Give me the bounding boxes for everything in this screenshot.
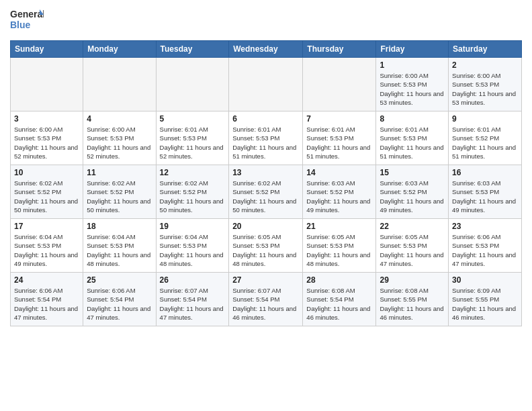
calendar-cell <box>156 58 229 111</box>
weekday-header: Monday <box>83 41 156 58</box>
calendar-cell: 2 Sunrise: 6:00 AMSunset: 5:53 PMDayligh… <box>449 58 522 111</box>
day-info: Sunrise: 6:03 AMSunset: 5:53 PMDaylight:… <box>452 179 518 214</box>
calendar-cell: 26 Sunrise: 6:07 AMSunset: 5:54 PMDaylig… <box>156 273 229 326</box>
day-info: Sunrise: 6:05 AMSunset: 5:53 PMDaylight:… <box>380 232 445 268</box>
calendar-cell: 18 Sunrise: 6:04 AMSunset: 5:53 PMDaylig… <box>83 219 156 273</box>
logo-svg: General Blue <box>10 7 44 35</box>
calendar-cell: 6 Sunrise: 6:01 AMSunset: 5:53 PMDayligh… <box>229 111 303 165</box>
day-number: 10 <box>14 168 79 177</box>
day-number: 19 <box>160 222 226 231</box>
day-number: 8 <box>380 114 445 124</box>
weekday-header: Wednesday <box>229 41 303 58</box>
svg-text:General: General <box>10 9 44 19</box>
day-info: Sunrise: 6:08 AMSunset: 5:54 PMDaylight:… <box>306 286 372 322</box>
calendar-cell <box>303 58 376 111</box>
day-info: Sunrise: 6:07 AMSunset: 5:54 PMDaylight:… <box>160 286 226 322</box>
day-info: Sunrise: 6:00 AMSunset: 5:53 PMDaylight:… <box>452 71 518 107</box>
calendar-cell: 1 Sunrise: 6:00 AMSunset: 5:53 PMDayligh… <box>376 58 449 111</box>
logo: General Blue <box>10 7 44 35</box>
day-number: 14 <box>306 168 372 177</box>
calendar-cell: 22 Sunrise: 6:05 AMSunset: 5:53 PMDaylig… <box>376 219 449 273</box>
day-number: 4 <box>87 114 152 124</box>
calendar-cell: 12 Sunrise: 6:02 AMSunset: 5:52 PMDaylig… <box>156 165 229 219</box>
calendar-cell: 17 Sunrise: 6:04 AMSunset: 5:53 PMDaylig… <box>11 219 83 273</box>
day-number: 5 <box>160 114 226 124</box>
day-number: 9 <box>452 114 518 124</box>
calendar-week-row: 3 Sunrise: 6:00 AMSunset: 5:53 PMDayligh… <box>11 111 522 165</box>
calendar-header-row: SundayMondayTuesdayWednesdayThursdayFrid… <box>11 41 522 58</box>
day-number: 20 <box>232 222 299 231</box>
day-number: 25 <box>87 275 152 285</box>
day-number: 6 <box>232 114 299 124</box>
day-number: 17 <box>14 222 79 231</box>
day-info: Sunrise: 6:09 AMSunset: 5:55 PMDaylight:… <box>452 286 518 322</box>
calendar-cell: 16 Sunrise: 6:03 AMSunset: 5:53 PMDaylig… <box>449 165 522 219</box>
day-number: 13 <box>232 168 299 177</box>
day-info: Sunrise: 6:04 AMSunset: 5:53 PMDaylight:… <box>160 232 226 268</box>
calendar-cell: 4 Sunrise: 6:00 AMSunset: 5:53 PMDayligh… <box>83 111 156 165</box>
day-number: 23 <box>452 222 518 231</box>
calendar-cell: 20 Sunrise: 6:05 AMSunset: 5:53 PMDaylig… <box>229 219 303 273</box>
day-number: 28 <box>306 275 372 285</box>
day-info: Sunrise: 6:02 AMSunset: 5:52 PMDaylight:… <box>160 179 226 214</box>
calendar-cell: 15 Sunrise: 6:03 AMSunset: 5:52 PMDaylig… <box>376 165 449 219</box>
calendar-cell <box>83 58 156 111</box>
day-info: Sunrise: 6:00 AMSunset: 5:53 PMDaylight:… <box>380 71 445 107</box>
calendar-cell: 30 Sunrise: 6:09 AMSunset: 5:55 PMDaylig… <box>449 273 522 326</box>
day-info: Sunrise: 6:01 AMSunset: 5:53 PMDaylight:… <box>380 125 445 161</box>
day-info: Sunrise: 6:08 AMSunset: 5:55 PMDaylight:… <box>380 286 445 322</box>
day-info: Sunrise: 6:00 AMSunset: 5:53 PMDaylight:… <box>14 125 79 161</box>
calendar-cell: 23 Sunrise: 6:06 AMSunset: 5:53 PMDaylig… <box>449 219 522 273</box>
day-number: 1 <box>380 60 445 70</box>
calendar-cell: 8 Sunrise: 6:01 AMSunset: 5:53 PMDayligh… <box>376 111 449 165</box>
day-number: 30 <box>452 275 518 285</box>
day-number: 2 <box>452 60 518 70</box>
day-info: Sunrise: 6:03 AMSunset: 5:52 PMDaylight:… <box>306 179 372 214</box>
calendar-cell: 25 Sunrise: 6:06 AMSunset: 5:54 PMDaylig… <box>83 273 156 326</box>
calendar-cell: 13 Sunrise: 6:02 AMSunset: 5:52 PMDaylig… <box>229 165 303 219</box>
day-number: 21 <box>306 222 372 231</box>
day-number: 12 <box>160 168 226 177</box>
calendar-week-row: 24 Sunrise: 6:06 AMSunset: 5:54 PMDaylig… <box>11 273 522 326</box>
weekday-header: Tuesday <box>156 41 229 58</box>
calendar-table: SundayMondayTuesdayWednesdayThursdayFrid… <box>10 40 522 326</box>
calendar-cell: 10 Sunrise: 6:02 AMSunset: 5:52 PMDaylig… <box>11 165 83 219</box>
calendar-cell: 9 Sunrise: 6:01 AMSunset: 5:52 PMDayligh… <box>449 111 522 165</box>
day-info: Sunrise: 6:06 AMSunset: 5:54 PMDaylight:… <box>14 286 79 322</box>
day-info: Sunrise: 6:03 AMSunset: 5:52 PMDaylight:… <box>380 179 445 214</box>
day-info: Sunrise: 6:01 AMSunset: 5:53 PMDaylight:… <box>160 125 226 161</box>
calendar-cell: 7 Sunrise: 6:01 AMSunset: 5:53 PMDayligh… <box>303 111 376 165</box>
day-number: 24 <box>14 275 79 285</box>
calendar-cell: 24 Sunrise: 6:06 AMSunset: 5:54 PMDaylig… <box>11 273 83 326</box>
day-number: 3 <box>14 114 79 124</box>
day-info: Sunrise: 6:05 AMSunset: 5:53 PMDaylight:… <box>232 232 299 268</box>
calendar-cell: 21 Sunrise: 6:05 AMSunset: 5:53 PMDaylig… <box>303 219 376 273</box>
day-info: Sunrise: 6:05 AMSunset: 5:53 PMDaylight:… <box>306 232 372 268</box>
day-info: Sunrise: 6:04 AMSunset: 5:53 PMDaylight:… <box>14 232 79 268</box>
calendar-cell: 14 Sunrise: 6:03 AMSunset: 5:52 PMDaylig… <box>303 165 376 219</box>
day-info: Sunrise: 6:01 AMSunset: 5:53 PMDaylight:… <box>306 125 372 161</box>
day-info: Sunrise: 6:02 AMSunset: 5:52 PMDaylight:… <box>14 179 79 214</box>
weekday-header: Friday <box>376 41 449 58</box>
calendar-cell: 29 Sunrise: 6:08 AMSunset: 5:55 PMDaylig… <box>376 273 449 326</box>
calendar-cell <box>11 58 83 111</box>
day-info: Sunrise: 6:02 AMSunset: 5:52 PMDaylight:… <box>87 179 152 214</box>
day-info: Sunrise: 6:01 AMSunset: 5:53 PMDaylight:… <box>232 125 299 161</box>
calendar-cell: 11 Sunrise: 6:02 AMSunset: 5:52 PMDaylig… <box>83 165 156 219</box>
svg-text:Blue: Blue <box>10 19 31 30</box>
day-number: 18 <box>87 222 152 231</box>
calendar-week-row: 10 Sunrise: 6:02 AMSunset: 5:52 PMDaylig… <box>11 165 522 219</box>
calendar-cell: 3 Sunrise: 6:00 AMSunset: 5:53 PMDayligh… <box>11 111 83 165</box>
calendar-page: General Blue SundayMondayTuesdayWednesda… <box>0 0 532 333</box>
day-number: 22 <box>380 222 445 231</box>
calendar-cell <box>229 58 303 111</box>
day-number: 16 <box>452 168 518 177</box>
day-info: Sunrise: 6:04 AMSunset: 5:53 PMDaylight:… <box>87 232 152 268</box>
calendar-cell: 19 Sunrise: 6:04 AMSunset: 5:53 PMDaylig… <box>156 219 229 273</box>
weekday-header: Sunday <box>11 41 83 58</box>
day-number: 7 <box>306 114 372 124</box>
day-info: Sunrise: 6:06 AMSunset: 5:53 PMDaylight:… <box>452 232 518 268</box>
calendar-week-row: 17 Sunrise: 6:04 AMSunset: 5:53 PMDaylig… <box>11 219 522 273</box>
day-info: Sunrise: 6:00 AMSunset: 5:53 PMDaylight:… <box>87 125 152 161</box>
day-number: 26 <box>160 275 226 285</box>
